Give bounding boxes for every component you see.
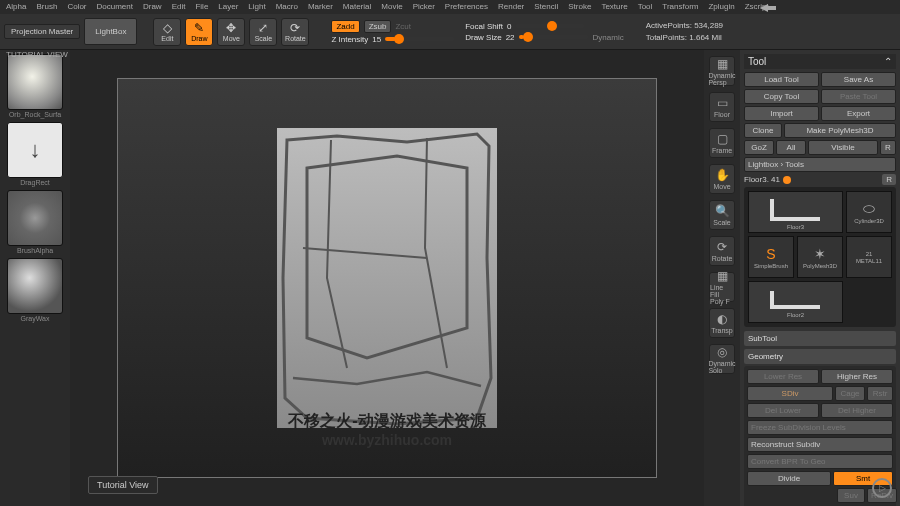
menu-stencil[interactable]: Stencil — [534, 2, 558, 12]
menu-zplugin[interactable]: Zplugin — [708, 2, 734, 12]
frame-button[interactable]: ▢Frame — [709, 128, 735, 158]
rotate-mode-button[interactable]: ⟳Rotate — [281, 18, 309, 46]
floor-button[interactable]: ▭Floor — [709, 92, 735, 122]
import-button[interactable]: Import — [744, 106, 819, 121]
menu-transform[interactable]: Transform — [662, 2, 698, 12]
left-tray: Orb_Rock_Surfa ↓DragRect BrushAlpha Gray… — [0, 50, 70, 506]
tool-thumb-cylinder[interactable]: ⬭Cylinder3D — [846, 191, 892, 233]
material-preview[interactable] — [7, 258, 63, 314]
menu-picker[interactable]: Picker — [413, 2, 435, 12]
menu-file[interactable]: File — [195, 2, 208, 12]
rstr-button[interactable]: Rstr — [867, 386, 893, 401]
lightbox-tools-button[interactable]: Lightbox › Tools — [744, 157, 896, 172]
menu-macro[interactable]: Macro — [276, 2, 298, 12]
alpha-label: BrushAlpha — [17, 247, 53, 254]
sdiv-slider[interactable]: SDiv — [747, 386, 833, 401]
tool-pick-icon — [758, 2, 778, 14]
clone-button[interactable]: Clone — [744, 123, 782, 138]
divide-button[interactable]: Divide — [747, 471, 831, 486]
z-intensity-slider[interactable] — [385, 37, 455, 41]
focal-shift-value: 0 — [507, 22, 511, 31]
wire-icon: ▦ — [717, 269, 728, 283]
del-higher-button[interactable]: Del Higher — [821, 403, 893, 418]
export-button[interactable]: Export — [821, 106, 896, 121]
subtool-header[interactable]: SubTool — [744, 331, 896, 346]
menu-alpha[interactable]: Alpha — [6, 2, 26, 12]
menu-color[interactable]: Color — [67, 2, 86, 12]
visible-button[interactable]: Visible — [808, 140, 878, 155]
all-button[interactable]: All — [776, 140, 806, 155]
svg-rect-0 — [277, 128, 497, 428]
lightbox-button[interactable]: LightBox — [84, 18, 137, 45]
move-mode-button[interactable]: ✥Move — [217, 18, 245, 46]
menu-movie[interactable]: Movie — [381, 2, 402, 12]
convert-bpr-button[interactable]: Convert BPR To Geo — [747, 454, 893, 469]
menu-layer[interactable]: Layer — [218, 2, 238, 12]
tool-thumb-polymesh[interactable]: ✶PolyMesh3D — [797, 236, 843, 278]
tool-slider-dot[interactable] — [783, 176, 791, 184]
freeze-subdiv-button[interactable]: Freeze SubDivision Levels — [747, 420, 893, 435]
menu-material[interactable]: Material — [343, 2, 371, 12]
persp-button[interactable]: ▦Dynamic Persp — [709, 56, 735, 86]
make-polymesh-button[interactable]: Make PolyMesh3D — [784, 123, 896, 138]
menu-marker[interactable]: Marker — [308, 2, 333, 12]
suv-button[interactable]: Suv — [837, 488, 865, 503]
lower-res-button[interactable]: Lower Res — [747, 369, 819, 384]
menu-draw[interactable]: Draw — [143, 2, 162, 12]
reconstruct-subdiv-button[interactable]: Reconstruct Subdiv — [747, 437, 893, 452]
move-view-button[interactable]: ✋Move — [709, 164, 735, 194]
polyframe-button[interactable]: ▦Line Fill Poly F — [709, 272, 735, 302]
goz-button[interactable]: GoZ — [744, 140, 774, 155]
tool-thumb-simplebrush[interactable]: SSimpleBrush — [748, 236, 794, 278]
play-button[interactable]: ▷ — [872, 478, 892, 498]
solo-icon: ◎ — [717, 345, 727, 359]
higher-res-button[interactable]: Higher Res — [821, 369, 893, 384]
alpha-preview[interactable] — [7, 190, 63, 246]
paste-tool-button[interactable]: Paste Tool — [821, 89, 896, 104]
brush-preview[interactable] — [7, 54, 63, 110]
focal-shift-slider[interactable] — [515, 24, 585, 28]
scale-mode-button[interactable]: ⤢Scale — [249, 18, 277, 46]
brush-label: Orb_Rock_Surfa — [9, 111, 61, 118]
load-tool-button[interactable]: Load Tool — [744, 72, 819, 87]
zsub-button[interactable]: Zsub — [364, 20, 392, 33]
canvas-viewport[interactable] — [117, 78, 657, 478]
menu-edit[interactable]: Edit — [172, 2, 186, 12]
tool-thumb-21[interactable]: 21METAL11 — [846, 236, 892, 278]
draw-size-slider[interactable] — [519, 35, 589, 39]
copy-tool-button[interactable]: Copy Tool — [744, 89, 819, 104]
tool-thumb-floor2[interactable]: Floor2 — [748, 281, 843, 323]
menu-preferences[interactable]: Preferences — [445, 2, 488, 12]
geometry-header[interactable]: Geometry — [744, 349, 896, 364]
projection-master-button[interactable]: Projection Master — [4, 24, 80, 39]
tool-panel: Tool⌃ Load ToolSave As Copy ToolPaste To… — [740, 50, 900, 506]
tool-thumb-current[interactable]: Floor3 — [748, 191, 843, 233]
zcut-button[interactable]: Zcut — [395, 22, 411, 31]
save-as-button[interactable]: Save As — [821, 72, 896, 87]
active-points: ActivePoints: 534,289 — [646, 20, 723, 32]
transp-button[interactable]: ◐Transp — [709, 308, 735, 338]
draw-mode-button[interactable]: ✎Draw — [185, 18, 213, 46]
sculpt-object — [277, 128, 497, 428]
solo-button[interactable]: ◎Dynamic Solo — [709, 344, 735, 374]
stats-block: ActivePoints: 534,289 TotalPoints: 1.664… — [646, 20, 723, 44]
menu-light[interactable]: Light — [248, 2, 265, 12]
menu-tool[interactable]: Tool — [638, 2, 653, 12]
edit-mode-button[interactable]: ◇Edit — [153, 18, 181, 46]
r-button-2[interactable]: R — [882, 174, 896, 185]
del-lower-button[interactable]: Del Lower — [747, 403, 819, 418]
pencil-icon: ✎ — [194, 22, 204, 34]
rotate-view-button[interactable]: ⟳Rotate — [709, 236, 735, 266]
r-button[interactable]: R — [880, 140, 896, 155]
menu-document[interactable]: Document — [97, 2, 133, 12]
dynamic-toggle[interactable]: Dynamic — [593, 33, 624, 42]
stroke-preview[interactable]: ↓ — [7, 122, 63, 178]
menu-render[interactable]: Render — [498, 2, 524, 12]
scale-view-button[interactable]: 🔍Scale — [709, 200, 735, 230]
menu-brush[interactable]: Brush — [36, 2, 57, 12]
panel-collapse-icon[interactable]: ⌃ — [884, 56, 892, 67]
menu-texture[interactable]: Texture — [601, 2, 627, 12]
menu-stroke[interactable]: Stroke — [568, 2, 591, 12]
zadd-button[interactable]: Zadd — [331, 20, 359, 33]
cage-button[interactable]: Cage — [835, 386, 865, 401]
